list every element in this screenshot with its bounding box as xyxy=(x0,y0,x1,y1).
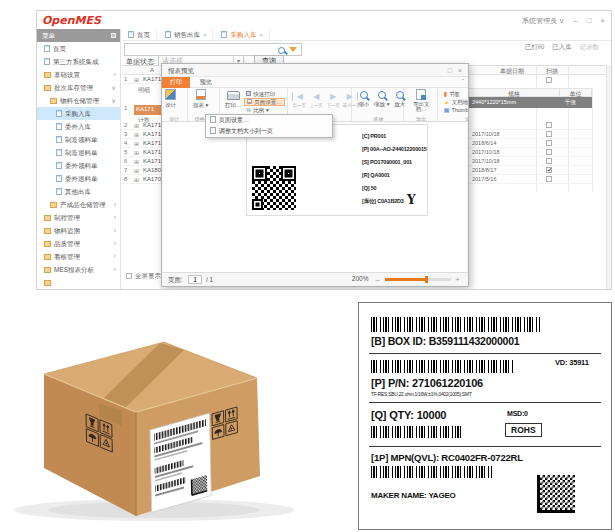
page-setup-icon xyxy=(247,99,252,104)
menu-item-fit-one-page[interactable]: 调整文档大小到一页 xyxy=(206,126,332,137)
sidebar-item-quality-mgmt[interactable]: 品质管理‹ xyxy=(37,237,120,250)
fullscreen-checkbox[interactable] xyxy=(126,273,132,279)
menu-item-page-setup[interactable]: 页面设置… xyxy=(206,115,332,126)
date-scan-cell[interactable]: 2017/10/18 xyxy=(469,148,592,157)
close-button[interactable]: × xyxy=(600,16,605,25)
folder-icon xyxy=(44,72,51,78)
export-document-button[interactable]: 导出文档… xyxy=(408,89,435,112)
sidebar-item-basic-settings[interactable]: 基础设置‹ xyxy=(37,68,120,81)
ribbon-tab-preview[interactable]: 预览 xyxy=(192,77,220,88)
sidebar-item-mfg-picking[interactable]: 制造领料单 xyxy=(37,133,120,146)
pin-icon[interactable] xyxy=(111,33,116,38)
inbound-link[interactable]: 已入库 xyxy=(552,43,572,50)
tab-purchase-inbound[interactable]: 采购入库× xyxy=(215,29,270,41)
sidebar-item-outsource-return[interactable]: 委外退料单 xyxy=(37,172,120,185)
ribbon-collapse-icon[interactable]: ˆ xyxy=(462,78,464,85)
column-header-a[interactable]: A xyxy=(146,67,158,73)
column-header-spec[interactable]: 规格 xyxy=(469,88,560,97)
sidebar-item-mes-reports[interactable]: MES报表分析‹ xyxy=(37,263,120,276)
sidebar-item-other-outbound[interactable]: 其他出库 xyxy=(37,185,120,198)
scan-checkbox[interactable] xyxy=(546,77,552,83)
sidebar-item-home[interactable]: 首页 xyxy=(37,42,120,55)
column-header-unit[interactable]: 单位 xyxy=(560,88,592,97)
date-scan-cell[interactable]: 2017/10/18 xyxy=(469,130,592,139)
scan-checkbox[interactable] xyxy=(546,176,552,182)
zoom-button[interactable]: 缩放 ▾ xyxy=(374,89,390,108)
sidebar-item-material-trace[interactable]: 物料追溯‹ xyxy=(37,224,120,237)
tab-home[interactable]: 首页 xyxy=(122,29,157,41)
sidebar-item-mfg-return[interactable]: 制造退料单 xyxy=(37,146,120,159)
expander-icon[interactable]: ⊞ xyxy=(134,76,139,83)
search-input[interactable] xyxy=(127,45,273,54)
filter-icon[interactable] xyxy=(289,47,297,52)
scan-checkbox[interactable] xyxy=(546,149,552,155)
close-tab-icon[interactable]: × xyxy=(259,32,263,38)
column-header-scan[interactable]: 扫描 xyxy=(538,67,566,76)
search-icon[interactable] xyxy=(278,47,285,54)
first-page-button[interactable]: ◀第一页 xyxy=(292,89,307,108)
sidebar-item-thirdparty[interactable]: 第三方系统集成 xyxy=(37,55,120,68)
folder-icon xyxy=(44,267,51,273)
date-scan-cell[interactable]: 2018/8/17✔ xyxy=(469,166,592,175)
user-caret-icon[interactable]: ∨ xyxy=(559,17,564,24)
ribbon-tab-print[interactable]: 打印 xyxy=(162,77,190,88)
dialog-maximize-icon[interactable]: □ xyxy=(448,64,452,77)
sidebar-item-partial[interactable] xyxy=(37,276,120,289)
scan-checkbox[interactable] xyxy=(546,122,552,128)
column-header-date[interactable]: 单据日期 xyxy=(489,67,535,76)
sidebar-item-outsource-inbound[interactable]: 委外入库 xyxy=(37,120,120,133)
slider-thumb[interactable] xyxy=(425,276,428,283)
selected-detail-row[interactable]: 2440*1220*15mm 千张 xyxy=(469,97,592,108)
date-scan-cell[interactable] xyxy=(469,121,592,130)
sidebar-item-material-warehouse[interactable]: 物料仓储管理∨ xyxy=(37,94,120,107)
tab-sales-outbound[interactable]: 销售出库× xyxy=(159,29,214,41)
expander-icon[interactable]: ⊞ xyxy=(134,149,139,156)
page-number-input[interactable] xyxy=(188,275,202,284)
expander-icon[interactable]: ⊞ xyxy=(134,131,139,138)
document-map-button[interactable]: ▲文档地图 xyxy=(442,98,468,106)
printed-link[interactable]: 已打印 xyxy=(525,43,545,50)
bookmark-button[interactable]: ▮书签 xyxy=(442,90,468,98)
thumbnails-button[interactable]: ▦Thumbnails xyxy=(442,106,468,114)
vertical-scrollbar[interactable] xyxy=(606,65,611,290)
sidebar-item-kanban-mgmt[interactable]: 看板管理‹ xyxy=(37,250,120,263)
date-scan-cell[interactable]: 2017/10/18 xyxy=(469,157,592,166)
page-label: 页面: xyxy=(168,276,183,285)
current-user[interactable]: 系统管理员 xyxy=(522,17,557,24)
date-scan-cell[interactable]: 2018/6/14 xyxy=(469,139,592,148)
scan-checkbox[interactable] xyxy=(546,158,552,164)
scan-checkbox[interactable] xyxy=(546,140,552,146)
scale-button[interactable]: %比例 ▾ xyxy=(244,106,285,114)
scan-checkbox[interactable] xyxy=(546,131,552,137)
scan-checkbox-checked[interactable]: ✔ xyxy=(546,167,552,173)
sidebar-item-process-mgmt[interactable]: 制程管理‹ xyxy=(37,211,120,224)
maximize-button[interactable]: □ xyxy=(587,16,592,25)
next-page-button[interactable]: ▶下一页 xyxy=(326,89,341,108)
zoom-out-button[interactable]: 缩小 xyxy=(356,89,372,108)
zoom-slider[interactable] xyxy=(385,278,451,281)
page-setup-button[interactable]: 页面设置… xyxy=(244,98,285,106)
sidebar-item-outsource-picking[interactable]: 委外领料单 xyxy=(37,159,120,172)
print-button[interactable]: 打印… xyxy=(224,89,243,109)
dialog-titlebar[interactable]: 报表预览 × □ xyxy=(162,64,468,77)
expander-icon[interactable]: ⊞ xyxy=(134,122,139,129)
close-tab-icon[interactable]: × xyxy=(203,32,207,38)
expander-icon[interactable]: ⊞ xyxy=(134,167,139,174)
dialog-close-icon[interactable]: × xyxy=(458,64,462,77)
expander-icon[interactable]: ⊞ xyxy=(134,176,139,183)
design-button[interactable]: 设计 xyxy=(164,89,177,109)
zoom-in-button[interactable]: + xyxy=(455,275,460,284)
sidebar-item-purchase-inbound[interactable]: 采购入库 xyxy=(37,107,120,120)
prev-page-button[interactable]: ◀上一页 xyxy=(309,89,324,108)
switch-report-button[interactable]: 报表 ▾ xyxy=(192,89,209,109)
preview-canvas[interactable]: [C] PR001 [P] 00A--AO-244012200015 [S] P… xyxy=(163,122,467,272)
report-icon xyxy=(196,89,206,100)
zoom-out-button[interactable]: – xyxy=(375,275,379,284)
minimize-button[interactable]: – xyxy=(573,16,577,25)
sidebar-item-batch-inventory[interactable]: 批次库存管理∨ xyxy=(37,81,120,94)
sidebar-item-finished-warehouse[interactable]: 产成品仓储管理‹ xyxy=(37,198,120,211)
date-scan-cell[interactable]: 2017/5/16 xyxy=(469,175,592,184)
expander-icon[interactable]: ⊞ xyxy=(134,158,139,165)
quick-print-button[interactable]: 快速打印 xyxy=(244,90,285,98)
expander-icon[interactable]: ⊞ xyxy=(134,140,139,147)
